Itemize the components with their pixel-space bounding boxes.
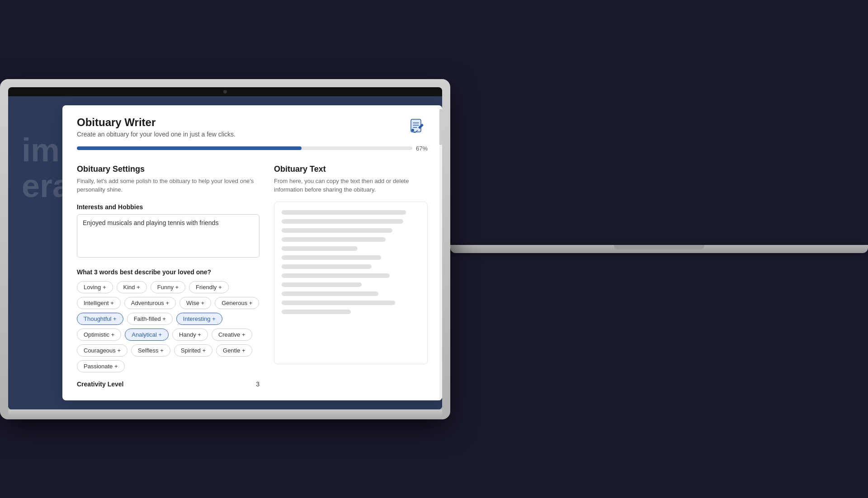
tag-passionate--[interactable]: Passionate + <box>77 360 125 372</box>
modal-header: Obituary Writer Create an obituary for y… <box>62 105 442 138</box>
skeleton-line <box>282 310 351 314</box>
camera-dot <box>223 90 227 94</box>
svg-point-4 <box>411 129 414 132</box>
tag-funny--[interactable]: Funny + <box>151 281 185 293</box>
document-edit-icon <box>408 116 428 136</box>
tag-kind--[interactable]: Kind + <box>117 281 147 293</box>
laptop-base <box>450 245 868 253</box>
tag-creative--[interactable]: Creative + <box>212 329 252 341</box>
tag-selfless--[interactable]: Selfless + <box>131 344 170 357</box>
skeleton-line <box>282 219 403 224</box>
laptop-frame: im eral Obituary Writer Create an obitua… <box>0 79 450 419</box>
text-section-title: Obituary Text <box>274 164 428 174</box>
left-panel: Obituary Settings Finally, let's add som… <box>77 164 259 388</box>
words-question: What 3 words best describe your loved on… <box>77 268 259 276</box>
skeleton-line <box>282 282 362 287</box>
creativity-row: Creativity Level 3 <box>77 381 259 388</box>
tags-container: Loving +Kind +Funny +Friendly +Intellige… <box>77 281 259 372</box>
interests-label: Interests and Hobbies <box>77 203 259 211</box>
progress-label: 67% <box>416 145 428 152</box>
tag-courageous--[interactable]: Courageous + <box>77 344 127 357</box>
skeleton-line <box>282 246 358 251</box>
modal-scrollbar[interactable] <box>439 105 442 400</box>
settings-section-title: Obituary Settings <box>77 164 259 174</box>
tag-spirited--[interactable]: Spirited + <box>174 344 212 357</box>
modal-card: Obituary Writer Create an obituary for y… <box>62 105 442 400</box>
text-preview-box <box>274 202 428 364</box>
skeleton-line <box>282 210 406 215</box>
laptop-bottom-bezel <box>8 409 442 419</box>
tag-gentle--[interactable]: Gentle + <box>216 344 252 357</box>
interests-textarea[interactable]: Enjoyed musicals and playing tennis with… <box>77 214 259 258</box>
skeleton-line <box>282 273 390 278</box>
skeleton-line <box>282 301 395 305</box>
app-title: Obituary Writer <box>77 116 236 129</box>
tag-faith-filled--[interactable]: Faith-filled + <box>127 313 173 325</box>
skeleton-line <box>282 228 392 233</box>
modal-body: Obituary Settings Finally, let's add som… <box>62 152 442 400</box>
progress-bar-track <box>77 146 412 150</box>
scrollbar-thumb <box>439 109 442 145</box>
progress-bar-container: 67% <box>77 145 428 152</box>
tag-analytical--[interactable]: Analytical + <box>125 329 169 341</box>
right-panel: Obituary Text From here, you can copy th… <box>274 164 428 388</box>
tag-optimistic--[interactable]: Optimistic + <box>77 329 121 341</box>
screen-bezel: im eral Obituary Writer Create an obitua… <box>8 87 442 409</box>
tag-adventurous--[interactable]: Adventurous + <box>124 297 176 309</box>
tag-friendly--[interactable]: Friendly + <box>189 281 228 293</box>
tag-loving--[interactable]: Loving + <box>77 281 113 293</box>
progress-bar-fill <box>77 146 302 150</box>
tag-thoughtful--[interactable]: Thoughtful + <box>77 313 123 325</box>
skeleton-line <box>282 264 372 269</box>
tag-intelligent--[interactable]: Intelligent + <box>77 297 121 309</box>
settings-section-desc: Finally, let's add some polish to the ob… <box>77 177 259 194</box>
creativity-label: Creativity Level <box>77 381 124 388</box>
creativity-value: 3 <box>256 381 259 388</box>
skeleton-line <box>282 237 386 242</box>
tag-handy--[interactable]: Handy + <box>172 329 208 341</box>
tag-wise--[interactable]: Wise + <box>179 297 211 309</box>
screen-content: im eral Obituary Writer Create an obitua… <box>8 96 442 409</box>
app-subtitle: Create an obituary for your loved one in… <box>77 131 236 138</box>
skeleton-line <box>282 291 378 296</box>
modal-header-left: Obituary Writer Create an obituary for y… <box>77 116 236 138</box>
tag-generous--[interactable]: Generous + <box>215 297 259 309</box>
text-section-desc: From here, you can copy the text then ad… <box>274 177 428 194</box>
tag-interesting--[interactable]: Interesting + <box>176 313 222 325</box>
skeleton-line <box>282 255 381 260</box>
laptop-hinge <box>614 245 704 249</box>
